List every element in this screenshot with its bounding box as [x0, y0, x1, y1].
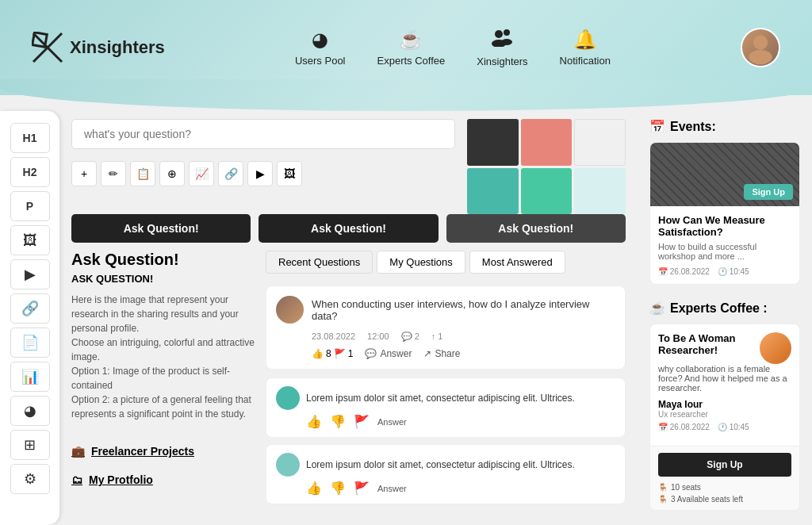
sidebar-settings-icon[interactable]: ⚙ [10, 464, 50, 494]
sidebar-btn-h1[interactable]: H1 [10, 123, 50, 153]
sidebar-video-icon[interactable]: ▶ [10, 259, 50, 289]
experts-icon: ☕ [649, 301, 665, 316]
answer-thumb-up-1[interactable]: 👍 [306, 414, 322, 429]
answer-action[interactable]: 💬 Answer [365, 348, 412, 359]
nav-notification-label: Notification [560, 55, 611, 67]
freelancer-projects-link[interactable]: 💼 Freelancer Projects [71, 445, 246, 458]
events-title: 📅 Events: [649, 119, 800, 134]
expert-signup-btn[interactable]: Sign Up [658, 453, 791, 477]
tool-link[interactable]: 🔗 [218, 161, 243, 186]
tool-video[interactable]: ▶ [247, 161, 273, 186]
sidebar-link-icon[interactable]: 🔗 [10, 293, 50, 324]
header: Xinsighters ◕ Users Pool ☕ Experts Coffe… [0, 0, 812, 95]
user-avatar[interactable] [741, 28, 780, 67]
vote-up-icon[interactable]: 👍 [312, 348, 324, 359]
question-card: When conducting user interviews, how do … [266, 285, 626, 370]
event-image: Sign Up [650, 143, 799, 206]
ask-btn-2[interactable]: Ask Question! [259, 214, 438, 243]
share-action[interactable]: ↗ Share [423, 348, 460, 359]
seat-icon: 🪑 [658, 483, 668, 492]
tabs: Recent Questions My Questions Most Answe… [266, 251, 626, 274]
logo: Xinsighters [32, 32, 165, 63]
expert-name: Maya Iour [658, 399, 791, 410]
vote-count: 8 [326, 348, 331, 359]
color-cell-0 [467, 119, 519, 166]
sidebar-image-icon[interactable]: 🖼 [10, 225, 50, 255]
answer-card-2: Lorem ipsum dolor sit amet, consectetur … [266, 444, 626, 504]
available-seat-icon: 🪑 [658, 495, 668, 504]
nav-notification[interactable]: 🔔 Notification [560, 29, 611, 67]
answer-actions-2: 👍 👎 🚩 Answer [276, 481, 615, 496]
question-card-header: When conducting user interviews, how do … [276, 296, 615, 324]
svg-point-4 [504, 29, 510, 36]
svg-point-7 [753, 35, 768, 49]
expert-description: why collaboration is a female force? And… [658, 364, 791, 393]
tool-chart[interactable]: 📈 [189, 161, 214, 186]
tab-recent[interactable]: Recent Questions [266, 251, 373, 274]
ask-btn-1[interactable]: Ask Question! [71, 214, 251, 243]
expert-card-header: To Be A Woman Researcher! [658, 332, 791, 364]
nav-xinsighters-label: Xinsighters [477, 56, 527, 67]
answer-thumb-up-2[interactable]: 👍 [306, 481, 322, 496]
question-input[interactable] [71, 119, 455, 149]
sidebar-chart-pie-icon[interactable]: ◕ [10, 396, 50, 426]
tool-edit[interactable]: ✏ [101, 161, 126, 186]
answer-flag-1[interactable]: 🚩 [354, 414, 370, 429]
tool-image[interactable]: 🖼 [277, 161, 302, 186]
vote-flag-count: 1 [348, 348, 354, 359]
answer-avatar-1 [276, 386, 300, 410]
left-sidebar: H1 H2 P 🖼 ▶ 🔗 📄 📊 ◕ ⊞ ⚙ [0, 111, 59, 525]
color-cell-2 [574, 119, 626, 166]
answer-card-1: Lorem ipsum dolor sit amet, consectetur … [266, 377, 626, 438]
question-input-area [71, 119, 455, 149]
answer-thumb-down-2[interactable]: 👎 [330, 481, 346, 496]
event-date: 📅 26.08.2022 [658, 267, 710, 276]
sidebar-document-icon[interactable]: 📄 [10, 328, 50, 358]
color-cell-5 [574, 168, 626, 215]
svg-point-3 [495, 30, 503, 38]
vote-flag-icon[interactable]: 🚩 [334, 348, 346, 359]
ask-btn-3[interactable]: Ask Question! [446, 214, 626, 243]
tool-file[interactable]: 📋 [130, 161, 155, 186]
nav-xinsighters[interactable]: Xinsighters [477, 28, 527, 67]
event-card: Sign Up How Can We Measure Satisfaction?… [649, 142, 800, 285]
sidebar-table-icon[interactable]: ⊞ [10, 430, 50, 460]
expert-time: 🕐 10:45 [718, 423, 749, 431]
portfolio-icon: 🗂 [71, 473, 82, 486]
expert-seats: 🪑 10 seats [658, 483, 791, 492]
right-sidebar: 📅 Events: Sign Up How Can We Measure Sat… [638, 111, 812, 525]
logo-text: Xinsighters [70, 37, 165, 58]
total-seats: 🪑 10 seats [658, 483, 701, 492]
share-label: Share [435, 348, 460, 359]
freelancer-label: Freelancer Projects [91, 445, 194, 458]
question-actions: 👍 8 🚩 1 💬 Answer ↗ Share [276, 348, 615, 359]
tool-org[interactable]: ⊕ [159, 161, 185, 186]
answer-label: Answer [380, 348, 412, 359]
main-nav: ◕ Users Pool ☕ Experts Coffee Xinsighter… [295, 28, 611, 67]
answer-thumb-down-1[interactable]: 👎 [330, 414, 346, 429]
event-signup-btn[interactable]: Sign Up [744, 184, 793, 200]
notification-icon: 🔔 [573, 29, 597, 51]
available-seats: 🪑 3 Available seats left [658, 495, 791, 504]
tab-most[interactable]: Most Answered [469, 251, 565, 274]
users-pool-icon: ◕ [312, 29, 328, 51]
answer-reply-label-2[interactable]: Answer [377, 484, 407, 493]
sidebar-chart-bar-icon[interactable]: 📊 [10, 362, 50, 392]
tool-add[interactable]: + [71, 161, 97, 186]
ask-section-title: Ask Question! [71, 251, 258, 269]
answer-text-2: Lorem ipsum dolor sit amet, consectetur … [306, 459, 575, 470]
nav-users-pool[interactable]: ◕ Users Pool [295, 29, 346, 67]
event-body: How Can We Measure Satisfaction? How to … [650, 206, 799, 284]
question-meta: 23.08.2022 12:00 💬 2 ↑ 1 [276, 331, 615, 342]
tab-my[interactable]: My Questions [377, 251, 465, 274]
sidebar-btn-p[interactable]: P [10, 191, 50, 221]
nav-experts-coffee[interactable]: ☕ Experts Coffee [377, 29, 446, 67]
answer-text-1: Lorem ipsum dolor sit amet, consectetur … [306, 393, 575, 404]
question-comments: 💬 2 [401, 331, 419, 342]
answer-reply-label-1[interactable]: Answer [377, 417, 407, 427]
answer-card-2-header: Lorem ipsum dolor sit amet, consectetur … [276, 453, 615, 477]
answer-flag-2[interactable]: 🚩 [354, 481, 370, 496]
sidebar-btn-h2[interactable]: H2 [10, 157, 50, 187]
answer-icon: 💬 [365, 348, 377, 359]
portfolio-link[interactable]: 🗂 My Protfolio [71, 473, 246, 486]
